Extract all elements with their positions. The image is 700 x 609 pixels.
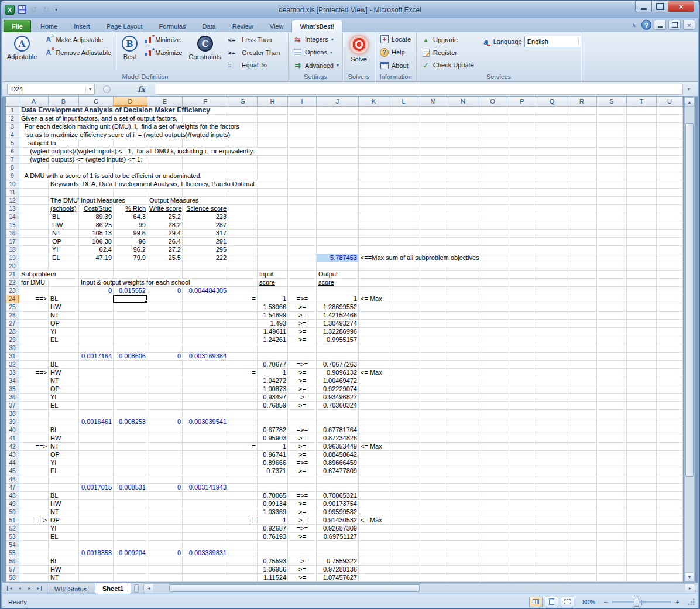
cell-A42[interactable]: ==> — [19, 443, 49, 450]
row-header-13[interactable]: 13 — [6, 205, 19, 213]
row-header-40[interactable]: 40 — [6, 426, 19, 434]
cell-K51[interactable]: <= Max — [359, 516, 386, 524]
cell-H58[interactable]: 1.11524 — [258, 574, 288, 581]
cell-B52[interactable]: YI — [49, 525, 79, 532]
register-button[interactable]: Register — [418, 46, 476, 59]
cell-J52[interactable]: 0.92687309 — [317, 525, 359, 532]
row-header-43[interactable]: 43 — [6, 451, 19, 459]
column-header-F[interactable]: F — [183, 97, 228, 107]
cell-G42[interactable]: = — [228, 443, 258, 450]
cell-H42[interactable]: 1 — [258, 443, 288, 450]
minimize-button[interactable]: Minimize — [142, 33, 184, 46]
row-header-7[interactable]: 7 — [6, 156, 19, 164]
row-header-44[interactable]: 44 — [6, 459, 19, 467]
cell-A3[interactable]: For each decision making unit (DMU), i, … — [19, 123, 243, 131]
row-header-47[interactable]: 47 — [6, 484, 19, 492]
cell-A6[interactable]: (wgted outputs)/(wgted inputs) <= 1, for… — [19, 148, 258, 155]
last-sheet-button[interactable]: ► — [35, 584, 44, 593]
row-header-55[interactable]: 55 — [6, 549, 19, 557]
cell-H44[interactable]: 0.89666 — [258, 459, 288, 467]
column-header-S[interactable]: S — [597, 97, 627, 107]
cell-I28[interactable]: >= — [288, 328, 317, 336]
ribbon-tab-file[interactable]: File — [4, 20, 31, 32]
cell-J48[interactable]: 0.70065321 — [317, 492, 359, 499]
integers-button[interactable]: ⇆ Integers ▾ — [290, 33, 341, 45]
cell-B56[interactable]: BL — [49, 557, 79, 565]
cell-D39[interactable]: 0.008253 — [114, 418, 147, 426]
column-header-U[interactable]: U — [657, 97, 683, 107]
cell-J49[interactable]: 0.90173754 — [317, 500, 359, 508]
scroll-down-icon[interactable]: ▼ — [685, 572, 694, 581]
cell-H22[interactable]: score — [258, 279, 288, 286]
cell-I49[interactable]: >= — [288, 500, 317, 508]
row-header-32[interactable]: 32 — [6, 361, 19, 369]
column-header-B[interactable]: B — [49, 97, 79, 107]
cell-C19[interactable]: 47.19 — [79, 254, 114, 262]
zoom-out-button[interactable]: − — [601, 597, 610, 606]
row-header-2[interactable]: 2 — [6, 115, 19, 123]
cell-A24[interactable]: ==> — [19, 295, 49, 303]
cell-C23[interactable]: 0 — [79, 287, 114, 295]
cell-H43[interactable]: 0.96741 — [258, 451, 288, 459]
cell-A7[interactable]: (wgted outputs) <= (wgted inputs) <= 1; — [19, 156, 146, 163]
row-header-49[interactable]: 49 — [6, 500, 19, 508]
cell-A2[interactable]: Given a set of input factors, and a set … — [19, 115, 181, 122]
less-than-button[interactable]: <= Less Than — [225, 33, 282, 46]
undo-button[interactable]: ↺ — [29, 5, 39, 15]
cell-B40[interactable]: BL — [49, 426, 79, 434]
cell-J19[interactable]: 5.787453 — [317, 254, 359, 262]
cell-J24[interactable]: 1 — [317, 295, 359, 303]
cell-J25[interactable]: 1.28699552 — [317, 303, 359, 311]
ribbon-tab-home[interactable]: Home — [32, 20, 66, 32]
row-header-10[interactable]: 10 — [6, 180, 19, 189]
horizontal-scrollbar[interactable]: ◄ ► — [143, 583, 695, 593]
cell-H25[interactable]: 1.53966 — [258, 303, 288, 311]
ribbon-tab-pagelayout[interactable]: Page Layout — [98, 20, 151, 32]
cell-H45[interactable]: 0.7371 — [258, 467, 288, 475]
column-header-J[interactable]: J — [317, 97, 359, 107]
cell-B16[interactable]: NT — [49, 230, 79, 237]
close-window-button[interactable]: × — [668, 1, 694, 12]
ribbon-tab-review[interactable]: Review — [224, 20, 262, 32]
cell-I36[interactable]: =>= — [288, 394, 317, 401]
cell-H37[interactable]: 0.76859 — [258, 402, 288, 409]
cell-F18[interactable]: 295 — [183, 246, 228, 254]
row-header-42[interactable]: 42 — [6, 443, 19, 451]
cell-H48[interactable]: 0.70065 — [258, 492, 288, 499]
row-header-9[interactable]: 9 — [6, 172, 19, 180]
cell-F17[interactable]: 291 — [183, 238, 228, 245]
cell-J43[interactable]: 0.88450642 — [317, 451, 359, 459]
cell-H49[interactable]: 0.99134 — [258, 500, 288, 508]
cell-B13[interactable]: (schools) — [49, 205, 79, 213]
cell-B37[interactable]: EL — [49, 402, 79, 409]
row-header-45[interactable]: 45 — [6, 467, 19, 475]
cell-F16[interactable]: 317 — [183, 230, 228, 237]
cell-B29[interactable]: EL — [49, 336, 79, 344]
page-break-view-button[interactable] — [561, 597, 574, 607]
cell-B19[interactable]: EL — [49, 254, 79, 262]
cell-F19[interactable]: 222 — [183, 254, 228, 262]
column-header-E[interactable]: E — [147, 97, 183, 107]
ribbon-tab-view[interactable]: View — [262, 20, 292, 32]
cell-A33[interactable]: ==> — [19, 369, 49, 377]
about-button[interactable]: About — [377, 60, 414, 71]
cell-E23[interactable]: 0 — [147, 287, 183, 295]
name-box[interactable]: D24 ▾ — [7, 84, 95, 95]
cell-B44[interactable]: YI — [49, 459, 79, 467]
row-header-48[interactable]: 48 — [6, 492, 19, 500]
cell-B35[interactable]: OP — [49, 385, 79, 393]
cell-E39[interactable]: 0 — [147, 418, 183, 426]
column-header-R[interactable]: R — [567, 97, 597, 107]
cell-C12[interactable]: Input Measures — [79, 197, 129, 204]
cell-H57[interactable]: 1.06956 — [258, 566, 288, 573]
column-header-C[interactable]: C — [79, 97, 114, 107]
cell-B27[interactable]: OP — [49, 320, 79, 327]
cell-J26[interactable]: 1.42152466 — [317, 312, 359, 319]
cell-B12[interactable]: The DMU's — [49, 197, 79, 204]
column-header-M[interactable]: M — [418, 97, 448, 107]
cell-G33[interactable]: = — [228, 369, 258, 377]
cell-I45[interactable]: >= — [288, 467, 317, 475]
cell-J29[interactable]: 0.9955157 — [317, 336, 359, 344]
cell-A21[interactable]: Subproblem — [19, 271, 59, 278]
scroll-right-icon[interactable]: ► — [685, 584, 695, 593]
